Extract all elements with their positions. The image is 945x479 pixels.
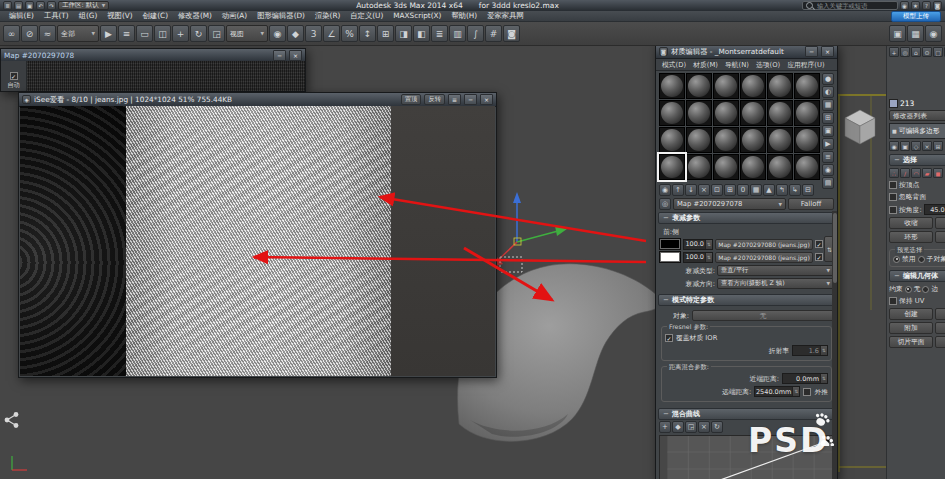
object-color-swatch[interactable] [889, 99, 898, 108]
front-amount-spinner[interactable]: 100.0⇅ [683, 239, 713, 250]
delete-point-icon[interactable]: × [698, 421, 710, 433]
split-button[interactable]: 分割 [935, 336, 945, 348]
go-parent-icon[interactable]: ↰ [776, 184, 788, 196]
me-menu-item-0[interactable]: 模式(D) [659, 60, 689, 70]
loop-button[interactable]: 循环 [935, 231, 945, 243]
add-point-icon[interactable]: + [659, 421, 671, 433]
menu-item-5[interactable]: 修改器(M) [173, 11, 217, 21]
app-menu-icon[interactable]: ≣ [3, 1, 12, 10]
sample-slot-7[interactable] [686, 100, 712, 126]
menu-icon[interactable]: ≡ [448, 94, 461, 105]
preview-subobj-radio[interactable] [918, 256, 925, 263]
object-name-field[interactable]: 213 [900, 99, 914, 108]
me-menu-item-1[interactable]: 材质(M) [690, 60, 721, 70]
sample-slot-17[interactable] [794, 127, 820, 153]
front-map-button[interactable]: Map #2070297080 (jeans.jpg) [715, 239, 813, 250]
sample-slot-23[interactable] [794, 154, 820, 180]
material-type-button[interactable]: Falloff [788, 198, 834, 210]
layer-manager-icon[interactable]: ≣ [431, 25, 448, 42]
scale-icon[interactable]: ◲ [208, 25, 225, 42]
sample-slot-11[interactable] [794, 100, 820, 126]
mode-params-rollout-header[interactable]: 模式特定参数 [658, 294, 835, 306]
extrapolate-checkbox[interactable] [803, 388, 811, 396]
select-by-name-icon[interactable]: ≡ [118, 25, 135, 42]
tab-motion-icon[interactable]: ⊙ [922, 47, 932, 57]
sample-slot-10[interactable] [767, 100, 793, 126]
front-map-enable-checkbox[interactable]: ✓ [815, 240, 823, 248]
render-setup-icon[interactable]: ▣ [889, 25, 906, 42]
sample-type-icon[interactable]: ● [822, 73, 834, 85]
schematic-view-icon[interactable]: # [485, 25, 502, 42]
close-icon[interactable]: × [289, 50, 302, 61]
border-mode-icon[interactable]: ◠ [911, 168, 921, 178]
sample-slot-14[interactable] [713, 127, 739, 153]
sample-slot-5[interactable] [794, 73, 820, 99]
minimize-icon[interactable]: ─ [273, 50, 286, 61]
select-object-icon[interactable]: ▶ [100, 25, 117, 42]
sample-slot-20[interactable] [713, 154, 739, 180]
attach-button[interactable]: 附加 [889, 322, 933, 334]
menu-item-6[interactable]: 动画(A) [217, 11, 252, 21]
material-editor-icon[interactable]: ◙ [503, 25, 520, 42]
move-point-icon[interactable]: ◆ [672, 421, 684, 433]
menu-item-11[interactable]: 帮助(H) [446, 11, 482, 21]
help-icon[interactable]: ? [922, 1, 931, 10]
edge-mode-icon[interactable]: ∕ [900, 168, 910, 178]
sample-slot-22[interactable] [767, 154, 793, 180]
menu-item-8[interactable]: 渲染(R) [310, 11, 345, 21]
rotate-icon[interactable]: ↻ [190, 25, 207, 42]
near-distance-spinner[interactable]: 0.0mm⇅ [782, 373, 828, 384]
show-map-viewport-icon[interactable]: ▦ [750, 184, 762, 196]
assign-material-icon[interactable]: ↓ [685, 184, 697, 196]
collapse-button[interactable]: 塌陷 [935, 308, 945, 320]
save-file-icon[interactable]: ▣ [25, 1, 34, 10]
tab-create-icon[interactable]: + [889, 47, 899, 57]
slice-plane-button[interactable]: 切片平面 [889, 336, 933, 348]
sample-uv-icon[interactable]: ⊟ [802, 184, 814, 196]
far-distance-spinner[interactable]: 2540.0mm⇅ [754, 386, 800, 397]
menu-item-10[interactable]: MAXScript(X) [388, 11, 446, 21]
viewer-titlebar[interactable]: ◈ iSee爱看 - 8/10 | jeans.jpg | 1024*1024 … [19, 93, 496, 107]
reset-curve-icon[interactable]: ↻ [711, 421, 723, 433]
by-angle-checkbox[interactable] [889, 206, 897, 214]
select-link-icon[interactable]: ∞ [3, 25, 20, 42]
material-name-dropdown[interactable]: Map #2070297078▼ [673, 198, 786, 210]
make-unique-icon[interactable]: ◇ [911, 141, 921, 151]
material-navigator-icon[interactable]: ▤ [822, 177, 834, 189]
front-color-swatch[interactable] [659, 238, 681, 250]
sample-slot-19[interactable] [686, 154, 712, 180]
sample-slot-16[interactable] [767, 127, 793, 153]
selection-rollout-header[interactable]: 选择 [889, 154, 945, 166]
search-input[interactable] [815, 1, 894, 10]
sample-slot-2[interactable] [713, 73, 739, 99]
sample-slot-4[interactable] [767, 73, 793, 99]
sample-slot-18[interactable] [659, 154, 685, 180]
sample-slot-6[interactable] [659, 100, 685, 126]
undo-icon[interactable]: ↶ [36, 1, 45, 10]
selection-filter-dropdown[interactable]: 全部▼ [57, 25, 99, 42]
open-file-icon[interactable]: ▤ [14, 1, 23, 10]
modifier-list-dropdown[interactable]: 修改器列表▼ [889, 110, 945, 121]
sample-slot-1[interactable] [686, 73, 712, 99]
side-amount-spinner[interactable]: 100.0⇅ [683, 252, 713, 263]
menu-item-2[interactable]: 组(G) [74, 11, 103, 21]
vertex-mode-icon[interactable]: ∴ [889, 168, 899, 178]
menu-item-12[interactable]: 爱家家具网 [482, 11, 528, 21]
pin-button[interactable]: 置顶 [401, 94, 422, 105]
menu-item-9[interactable]: 自定义(U) [345, 11, 388, 21]
make-copy-icon[interactable]: ⊡ [711, 184, 723, 196]
angle-snap-icon[interactable]: ∠ [323, 25, 340, 42]
show-end-result-icon[interactable]: ▣ [900, 141, 910, 151]
reset-map-icon[interactable]: × [698, 184, 710, 196]
image-canvas[interactable] [20, 106, 495, 376]
infocenter-icon[interactable]: ◙ [933, 1, 942, 10]
remove-modifier-icon[interactable]: × [922, 141, 932, 151]
close-icon[interactable]: × [821, 46, 834, 57]
mix-curve-rollout-header[interactable]: 混合曲线 [658, 408, 835, 420]
detach-button[interactable]: 分离 [935, 322, 945, 334]
modifier-stack[interactable]: ■ 可编辑多边形 [889, 123, 945, 139]
preview-disable-radio[interactable] [893, 256, 900, 263]
tab-hierarchy-icon[interactable]: ⌂ [911, 47, 921, 57]
minimize-icon[interactable]: ─ [805, 46, 818, 57]
sample-slot-15[interactable] [740, 127, 766, 153]
